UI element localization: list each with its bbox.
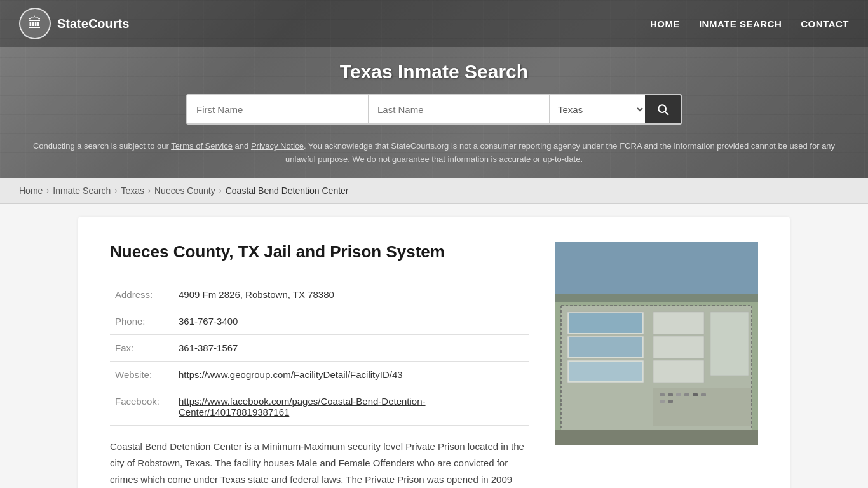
privacy-link[interactable]: Privacy Notice	[251, 141, 304, 151]
table-row: Address: 4909 Fm 2826, Robstown, TX 7838…	[110, 281, 529, 308]
search-icon	[656, 103, 669, 116]
svg-rect-18	[668, 393, 673, 396]
main-content: Nueces County, TX Jail and Prison System…	[59, 204, 809, 488]
svg-rect-17	[660, 393, 665, 396]
svg-rect-9	[569, 313, 642, 333]
disclaimer: Conducting a search is subject to our Te…	[0, 135, 868, 178]
svg-rect-21	[693, 393, 698, 396]
facebook-link[interactable]: https://www.facebook.com/pages/Coastal-B…	[179, 396, 426, 417]
breadcrumb-sep-2: ›	[114, 186, 117, 195]
address-label: Address:	[110, 281, 173, 308]
nav-contact[interactable]: CONTACT	[801, 18, 849, 29]
facility-image-container	[555, 242, 758, 488]
table-row: Fax: 361-387-1567	[110, 334, 529, 361]
fax-value: 361-387-1567	[173, 334, 529, 361]
facility-aerial-image	[555, 242, 758, 445]
svg-line-1	[665, 112, 668, 115]
table-row: Phone: 361-767-3400	[110, 308, 529, 334]
breadcrumb-county[interactable]: Nueces County	[154, 186, 215, 196]
svg-rect-10	[569, 337, 642, 357]
phone-label: Phone:	[110, 308, 173, 334]
facebook-label: Facebook:	[110, 388, 173, 425]
logo-text: StateCourts	[57, 17, 129, 31]
website-link[interactable]: https://www.geogroup.com/FacilityDetail/…	[179, 369, 403, 380]
breadcrumb-sep-3: ›	[148, 186, 151, 195]
facebook-value: https://www.facebook.com/pages/Coastal-B…	[173, 388, 529, 425]
last-name-input[interactable]	[369, 95, 550, 123]
address-value: 4909 Fm 2826, Robstown, TX 78380	[173, 281, 529, 308]
svg-rect-27	[555, 430, 758, 445]
svg-rect-4	[555, 293, 758, 302]
breadcrumb: Home › Inmate Search › Texas › Nueces Co…	[0, 178, 868, 204]
svg-rect-22	[701, 393, 706, 396]
website-label: Website:	[110, 361, 173, 388]
svg-rect-19	[676, 393, 681, 396]
breadcrumb-home[interactable]: Home	[19, 186, 43, 196]
terms-link[interactable]: Terms of Service	[171, 141, 233, 151]
fax-label: Fax:	[110, 334, 173, 361]
logo[interactable]: 🏛 StateCourts	[19, 8, 129, 39]
state-select[interactable]: Select State Alabama Alaska Arizona Arka…	[550, 95, 645, 123]
svg-rect-11	[569, 362, 642, 381]
navbar: 🏛 StateCourts HOME INMATE SEARCH CONTACT	[0, 0, 868, 47]
search-button[interactable]	[645, 95, 681, 123]
logo-icon: 🏛	[19, 8, 51, 39]
svg-rect-15	[710, 312, 749, 376]
nav-inmate-search[interactable]: INMATE SEARCH	[699, 18, 782, 29]
svg-rect-12	[653, 312, 704, 334]
facility-description: Coastal Bend Detention Center is a Minim…	[110, 438, 529, 488]
breadcrumb-inmate-search[interactable]: Inmate Search	[53, 186, 111, 196]
breadcrumb-current: Coastal Bend Detention Center	[226, 186, 349, 196]
breadcrumb-sep-4: ›	[219, 186, 222, 195]
svg-rect-24	[668, 400, 673, 403]
nav-links: HOME INMATE SEARCH CONTACT	[650, 18, 849, 29]
search-form: Select State Alabama Alaska Arizona Arka…	[186, 94, 682, 125]
facility-info: Nueces County, TX Jail and Prison System…	[110, 242, 529, 488]
table-row: Facebook: https://www.facebook.com/pages…	[110, 388, 529, 425]
svg-rect-14	[653, 360, 704, 383]
first-name-input[interactable]	[187, 95, 369, 123]
content-card: Nueces County, TX Jail and Prison System…	[78, 217, 790, 488]
breadcrumb-sep-1: ›	[46, 186, 49, 195]
svg-rect-23	[660, 400, 665, 403]
website-value: https://www.geogroup.com/FacilityDetail/…	[173, 361, 529, 388]
table-row: Website: https://www.geogroup.com/Facili…	[110, 361, 529, 388]
facility-heading: Nueces County, TX Jail and Prison System	[110, 242, 529, 262]
svg-rect-28	[555, 242, 758, 294]
page-title: Texas Inmate Search	[13, 61, 855, 83]
search-bar: Select State Alabama Alaska Arizona Arka…	[0, 94, 868, 135]
svg-rect-13	[653, 336, 704, 358]
hero-title: Texas Inmate Search	[0, 47, 868, 94]
svg-rect-20	[684, 393, 689, 396]
phone-value: 361-767-3400	[173, 308, 529, 334]
breadcrumb-state[interactable]: Texas	[121, 186, 144, 196]
nav-home[interactable]: HOME	[650, 18, 680, 29]
info-table: Address: 4909 Fm 2826, Robstown, TX 7838…	[110, 281, 529, 426]
header: 🏛 StateCourts HOME INMATE SEARCH CONTACT…	[0, 0, 868, 178]
